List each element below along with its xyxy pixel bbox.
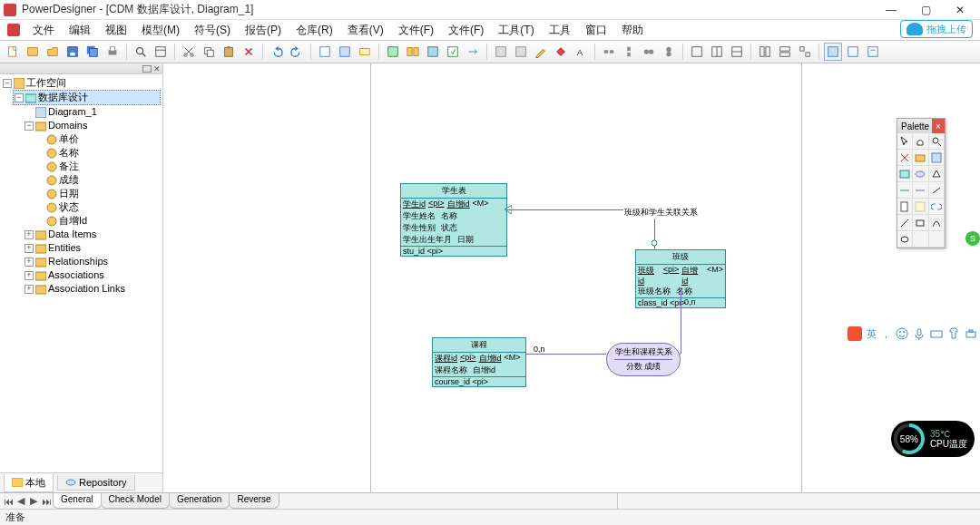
palette-pointer[interactable]	[897, 133, 913, 150]
result-button[interactable]	[356, 43, 374, 61]
palette-cut[interactable]	[897, 150, 913, 166]
palette-grabber[interactable]	[913, 133, 928, 150]
panel-close-icon[interactable]: ✕	[153, 64, 161, 73]
palette-package[interactable]	[913, 150, 928, 166]
browser-tab-repository[interactable]: Repository	[57, 475, 135, 491]
keyboard-icon[interactable]	[930, 327, 943, 340]
menu-window[interactable]: 窗口	[580, 21, 612, 40]
smiley-icon[interactable]	[896, 327, 908, 340]
reverse-button[interactable]	[464, 43, 482, 61]
palette-association[interactable]	[913, 166, 928, 182]
palette-file[interactable]	[897, 199, 913, 215]
minimize-button[interactable]: —	[875, 2, 907, 18]
extend2-button[interactable]	[512, 43, 530, 61]
menu-edit[interactable]: 编辑	[64, 21, 96, 40]
layout4-button[interactable]	[756, 43, 774, 61]
output-tab-checkmodel[interactable]: Check Model	[101, 493, 170, 509]
tree-model[interactable]: − 数据库设计	[13, 90, 161, 105]
display2-button[interactable]	[844, 43, 862, 61]
association-student-course[interactable]: 学生和课程关系 分数 成绩	[606, 343, 681, 376]
close-window-button[interactable]: ✕	[944, 2, 976, 18]
scroll-last-icon[interactable]: ⏭	[40, 495, 53, 508]
palette-zoom[interactable]	[929, 133, 945, 150]
align3-button[interactable]	[640, 43, 658, 61]
align4-button[interactable]	[660, 43, 678, 61]
pencil-button[interactable]	[532, 43, 550, 61]
check-model-button[interactable]	[384, 43, 402, 61]
output-tab-general[interactable]: General	[53, 493, 102, 509]
properties-button[interactable]	[152, 43, 170, 61]
print-button[interactable]	[103, 43, 122, 61]
tree-domains[interactable]: − Domains	[24, 119, 161, 132]
menu-symbol[interactable]: 符号(S)	[189, 21, 236, 40]
menu-model[interactable]: 模型(M)	[136, 21, 185, 40]
layout2-button[interactable]	[708, 43, 726, 61]
sogou-logo-icon[interactable]	[848, 326, 862, 341]
menu-view2[interactable]: 查看(V)	[342, 21, 389, 40]
palette-close-button[interactable]: ×	[932, 119, 945, 133]
layout3-button[interactable]	[728, 43, 746, 61]
tree-folder[interactable]: +Relationships	[24, 255, 161, 268]
align1-button[interactable]	[600, 43, 618, 61]
copy-button[interactable]	[200, 43, 218, 61]
palette-ellipse[interactable]	[897, 231, 913, 248]
align2-button[interactable]	[620, 43, 638, 61]
output-scrollbar[interactable]	[617, 493, 980, 509]
menu-tools[interactable]: 工具(T)	[493, 21, 539, 40]
palette-curve[interactable]	[929, 215, 945, 231]
tree-folder[interactable]: +Entities	[24, 241, 161, 255]
mic-icon[interactable]	[913, 327, 926, 340]
compare-button[interactable]	[404, 43, 422, 61]
side-help-bubble[interactable]: S	[965, 231, 980, 246]
redo-button[interactable]	[288, 43, 306, 61]
generate-button[interactable]	[444, 43, 462, 61]
panel-float-icon[interactable]	[142, 65, 152, 73]
layout5-button[interactable]	[776, 43, 794, 61]
layout6-button[interactable]	[796, 43, 814, 61]
palette-relationship[interactable]	[897, 182, 913, 199]
menu-tools2[interactable]: 工具	[544, 21, 576, 40]
font-button[interactable]: A	[572, 43, 590, 61]
fill-button[interactable]	[552, 43, 570, 61]
palette-note[interactable]	[913, 199, 928, 215]
merge-button[interactable]	[424, 43, 442, 61]
layout1-button[interactable]	[688, 43, 706, 61]
scroll-next-icon[interactable]: ▶	[27, 495, 40, 508]
scroll-first-icon[interactable]: ⏮	[2, 495, 15, 508]
tree-domain-item[interactable]: 自增Id	[45, 214, 161, 228]
shirt-icon[interactable]	[947, 327, 960, 340]
tree-folder[interactable]: +Data Items	[24, 228, 161, 241]
tree-diagram[interactable]: Diagram_1	[34, 105, 161, 119]
menu-view[interactable]: 视图	[100, 21, 132, 40]
menu-file3[interactable]: 文件(F)	[443, 21, 489, 40]
ime-toolbar[interactable]: 英 ，	[845, 325, 980, 343]
menu-repository[interactable]: 仓库(R)	[290, 21, 338, 40]
palette-inherit-link[interactable]	[929, 182, 945, 199]
assoc-line[interactable]	[526, 354, 606, 355]
palette-link[interactable]	[929, 199, 945, 215]
tree-domain-item[interactable]: 名称	[45, 146, 161, 160]
cpu-widget[interactable]: 58% 35℃ CPU温度	[891, 421, 975, 457]
entity-course[interactable]: 课程 课程id<pi>自增id<M> 课程名称自增id course_id <p…	[432, 337, 526, 387]
tree-domain-item[interactable]: 备注	[45, 160, 161, 173]
new-model-button[interactable]	[24, 43, 42, 61]
undo-button[interactable]	[268, 43, 286, 61]
tree-folder[interactable]: +Association Links	[24, 282, 161, 296]
delete-button[interactable]	[240, 43, 258, 61]
palette-window[interactable]: Palette ×	[897, 118, 946, 248]
palette-entity[interactable]	[897, 166, 913, 182]
display1-button[interactable]	[824, 43, 842, 61]
assoc-line[interactable]	[681, 287, 681, 354]
palette-line[interactable]	[897, 215, 913, 231]
output-tab-reverse[interactable]: Reverse	[229, 493, 279, 509]
palette-rect[interactable]	[913, 215, 928, 231]
tree-domain-item[interactable]: 单价	[45, 132, 161, 146]
cloud-upload-button[interactable]: 拖拽上传	[900, 20, 973, 38]
menu-help[interactable]: 帮助	[616, 21, 649, 40]
palette-assoc-link[interactable]	[913, 182, 928, 199]
new-button[interactable]	[4, 43, 22, 61]
ime-lang[interactable]: 英	[867, 327, 877, 341]
tree-domain-item[interactable]: 成绩	[45, 173, 161, 187]
output-button[interactable]	[336, 43, 354, 61]
extend-button[interactable]	[492, 43, 510, 61]
